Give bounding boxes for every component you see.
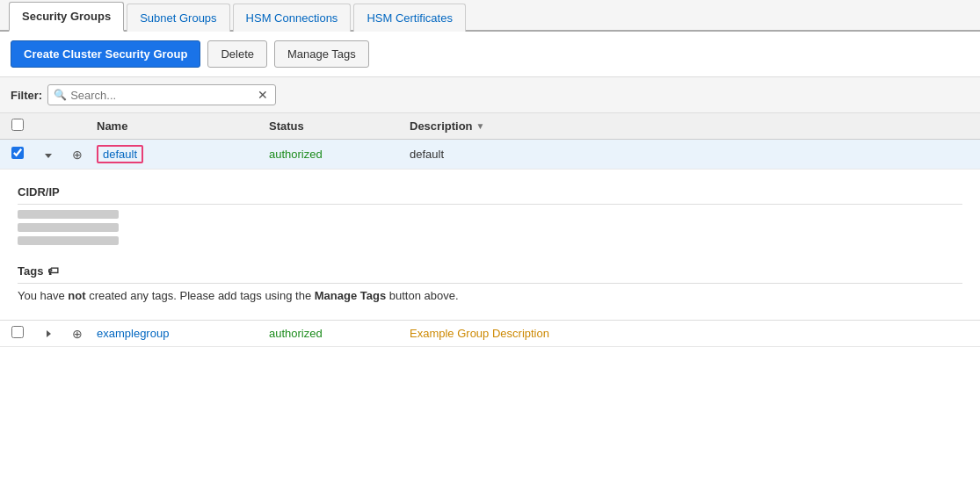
table-header: Name Status Description ▼ xyxy=(0,113,980,140)
row-expand-default[interactable] xyxy=(35,148,62,161)
sort-arrow-icon[interactable]: ▼ xyxy=(476,121,485,131)
manage-tags-reference: Manage Tags xyxy=(315,289,386,302)
tabs-bar: Security Groups Subnet Groups HSM Connec… xyxy=(0,0,980,32)
cidr-section-title: CIDR/IP xyxy=(18,178,962,205)
security-group-icon: ⊕ xyxy=(72,148,83,162)
create-cluster-security-group-button[interactable]: Create Cluster Security Group xyxy=(11,40,200,68)
manage-tags-button[interactable]: Manage Tags xyxy=(274,40,369,68)
row-name-examplegroup: examplegroup xyxy=(93,327,269,340)
row-icon-default: ⊕ xyxy=(62,148,93,162)
clear-search-icon[interactable]: ✕ xyxy=(256,88,270,102)
search-wrap: 🔍 ✕ xyxy=(47,84,276,105)
tag-icon: 🏷 xyxy=(47,264,59,278)
row-checkbox-col xyxy=(0,147,35,162)
filter-label: Filter: xyxy=(11,89,42,102)
cidr-item-3 xyxy=(18,236,119,245)
row-name-link-examplegroup[interactable]: examplegroup xyxy=(97,327,169,340)
row-checkbox-col xyxy=(0,326,35,341)
tags-description: You have not created any tags. Please ad… xyxy=(18,289,962,302)
tags-section-title: Tags 🏷 xyxy=(18,257,962,284)
header-checkbox-col xyxy=(0,119,35,134)
header-name: Name xyxy=(93,119,269,133)
row-name-default: default xyxy=(93,145,269,163)
row-status-examplegroup: authorized xyxy=(269,327,410,340)
tab-subnet-groups[interactable]: Subnet Groups xyxy=(127,4,229,32)
header-description: Description ▼ xyxy=(410,119,980,133)
tab-hsm-certificates[interactable]: HSM Certificates xyxy=(353,4,466,32)
row-name-link-default[interactable]: default xyxy=(97,145,143,163)
cidr-item-1 xyxy=(18,210,119,219)
filter-bar: Filter: 🔍 ✕ xyxy=(0,77,980,113)
row-desc-examplegroup: Example Group Description xyxy=(410,327,980,340)
tags-section: Tags 🏷 You have not created any tags. Pl… xyxy=(18,257,962,302)
collapse-arrow-icon[interactable] xyxy=(45,154,52,158)
table-row: ⊕ examplegroup authorized Example Group … xyxy=(0,321,980,347)
row-icon-examplegroup: ⊕ xyxy=(62,327,93,341)
tab-hsm-connections[interactable]: HSM Connections xyxy=(233,4,352,32)
expand-arrow-icon[interactable] xyxy=(47,330,51,337)
cidr-item-2 xyxy=(18,223,119,232)
tab-security-groups[interactable]: Security Groups xyxy=(9,2,124,32)
delete-button[interactable]: Delete xyxy=(207,40,267,68)
expanded-detail-default: CIDR/IP Tags 🏷 You have not created any … xyxy=(0,170,980,321)
row-status-default: authorized xyxy=(269,148,410,161)
table-row: ⊕ default authorized default xyxy=(0,140,980,170)
toolbar: Create Cluster Security Group Delete Man… xyxy=(0,32,980,77)
header-status: Status xyxy=(269,119,410,133)
row-desc-default: default xyxy=(410,148,980,161)
row-checkbox-examplegroup[interactable] xyxy=(11,326,24,338)
security-group-icon-2: ⊕ xyxy=(72,327,83,341)
search-input[interactable] xyxy=(70,89,252,102)
row-checkbox-default[interactable] xyxy=(11,147,24,159)
row-expand-examplegroup[interactable] xyxy=(35,327,62,340)
search-icon: 🔍 xyxy=(54,89,67,101)
table: Name Status Description ▼ ⊕ default auth… xyxy=(0,113,980,347)
select-all-checkbox[interactable] xyxy=(11,119,24,131)
